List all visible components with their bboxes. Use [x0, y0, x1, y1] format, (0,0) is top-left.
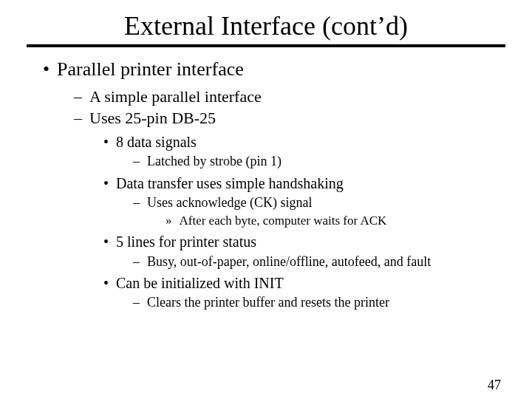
bullet-list: Parallel printer interface A simple para… [0, 58, 532, 311]
bullet-level2: Uses 25-pin DB-25 [74, 108, 532, 129]
title-underline [27, 44, 505, 47]
bullet-level1: Parallel printer interface [43, 58, 532, 82]
bullet-level3: Data transfer uses simple handshaking [103, 174, 532, 193]
page-number: 47 [488, 378, 501, 393]
bullet-level2: A simple parallel interface [74, 86, 532, 107]
slide-title: External Interface (cont’d) [0, 10, 532, 41]
bullet-level4: Latched by strobe (pin 1) [133, 153, 532, 170]
bullet-level4: Uses acknowledge (CK) signal [133, 194, 532, 211]
bullet-level3: 8 data signals [103, 133, 532, 151]
bullet-level3: Can be initialized with INIT [103, 274, 532, 293]
slide: External Interface (cont’d) Parallel pri… [0, 10, 532, 399]
bullet-level4: Clears the printer buffer and resets the… [133, 294, 532, 311]
bullet-level5: After each byte, computer waits for ACK [166, 213, 532, 228]
bullet-level4: Busy, out-of-paper, online/offline, auto… [133, 253, 532, 270]
bullet-level3: 5 lines for printer status [103, 233, 532, 251]
